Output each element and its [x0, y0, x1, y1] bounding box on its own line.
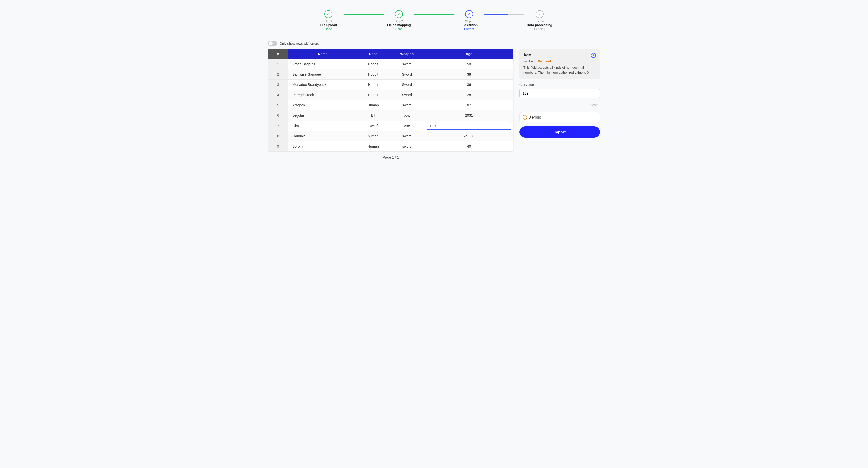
step-4-number: Step 4: [535, 20, 544, 23]
row-num: 7: [268, 121, 288, 131]
step-4-icon: ✓: [535, 10, 544, 18]
step-3-label: File edition: [461, 23, 478, 27]
field-required: Required: [538, 60, 551, 63]
step-2-icon: ✓: [395, 10, 403, 18]
row-age[interactable]: [425, 121, 514, 131]
row-name[interactable]: Aragorn: [288, 100, 358, 110]
row-num: 3: [268, 79, 288, 90]
table-wrapper: # Name Race Weapon Age 1Frodo BagginsHob…: [268, 49, 514, 160]
row-name[interactable]: Meriadoc Brandybuck: [288, 79, 358, 90]
row-name[interactable]: Frodo Baggins: [288, 59, 358, 69]
row-age[interactable]: 38: [425, 69, 514, 79]
row-age[interactable]: 50: [425, 59, 514, 69]
table-row: 9BoromirHumansword40: [268, 141, 514, 152]
col-header-age: Age: [425, 49, 514, 59]
side-panel: Age i number • Required This field accep…: [520, 49, 600, 138]
col-header-weapon: Weapon: [389, 49, 425, 59]
row-race[interactable]: Hobbit: [358, 59, 389, 69]
data-table: # Name Race Weapon Age 1Frodo BagginsHob…: [268, 49, 514, 152]
row-name[interactable]: Gandalf: [288, 131, 358, 141]
step-3-number: Step 3: [465, 20, 473, 23]
row-age[interactable]: 36: [425, 79, 514, 90]
table-row: 5AragornHumansword87: [268, 100, 514, 110]
row-num: 1: [268, 59, 288, 69]
row-race[interactable]: Dwarf: [358, 121, 389, 131]
errors-count: 0 errors: [529, 115, 541, 119]
save-row: Save: [520, 102, 600, 108]
row-age[interactable]: 28: [425, 90, 514, 100]
step-3-status: Current: [464, 27, 474, 31]
field-info-card: Age i number • Required This field accep…: [520, 49, 600, 79]
connector-2-3: [414, 14, 454, 14]
table-row: 2Samwise GamgeeHobbitSword38: [268, 69, 514, 79]
step-4-status: Pending: [534, 27, 545, 31]
row-weapon[interactable]: sword: [389, 59, 425, 69]
age-cell-input[interactable]: [427, 122, 512, 130]
step-1-number: Step 1: [324, 20, 333, 23]
info-icon[interactable]: i: [591, 53, 596, 58]
row-race[interactable]: Hobbit: [358, 69, 389, 79]
row-race[interactable]: Hobbit: [358, 90, 389, 100]
table-row: 8Gandalfhumansword24 000: [268, 131, 514, 141]
row-weapon[interactable]: sword: [389, 141, 425, 152]
row-race[interactable]: Elf: [358, 110, 389, 121]
filter-row: Only show rows with errors: [268, 41, 600, 46]
row-race[interactable]: human: [358, 131, 389, 141]
row-name[interactable]: Samwise Gamgee: [288, 69, 358, 79]
row-num: 4: [268, 90, 288, 100]
row-name[interactable]: Gimli: [288, 121, 358, 131]
step-1-label: File upload: [320, 23, 337, 27]
cell-value-input[interactable]: [520, 89, 600, 98]
row-name[interactable]: Peregrin Took: [288, 90, 358, 100]
row-weapon[interactable]: sword: [389, 100, 425, 110]
col-header-name: Name: [288, 49, 358, 59]
row-age[interactable]: 24 000: [425, 131, 514, 141]
import-button[interactable]: Import: [520, 126, 600, 138]
connector-3-4: [484, 14, 524, 14]
table-row: 1Frodo BagginsHobbitsword50: [268, 59, 514, 69]
step-3: ✓ Step 3 File edition Current: [454, 10, 484, 31]
field-type: number: [524, 60, 534, 63]
col-header-num: #: [268, 49, 288, 59]
cell-value-label: Cell value: [520, 83, 600, 87]
content-area: # Name Race Weapon Age 1Frodo BagginsHob…: [268, 49, 600, 160]
step-2-number: Step 2: [395, 20, 403, 23]
save-button[interactable]: Save: [588, 102, 600, 108]
error-circle-icon: !: [523, 115, 527, 120]
row-race[interactable]: Human: [358, 100, 389, 110]
row-num: 2: [268, 69, 288, 79]
step-1-status: Done: [325, 27, 332, 31]
row-weapon[interactable]: Sword: [389, 79, 425, 90]
row-weapon[interactable]: Sword: [389, 90, 425, 100]
row-num: 5: [268, 100, 288, 110]
row-weapon[interactable]: sword: [389, 131, 425, 141]
row-name[interactable]: Boromir: [288, 141, 358, 152]
field-description: This field accepts all kinds of non-deci…: [524, 65, 596, 75]
row-age[interactable]: 40: [425, 141, 514, 152]
row-age[interactable]: 87: [425, 100, 514, 110]
step-3-icon: ✓: [465, 10, 473, 18]
row-age[interactable]: 2931: [425, 110, 514, 121]
field-type-row: number • Required: [524, 60, 596, 63]
step-1: ✓ Step 1 File upload Done: [313, 10, 344, 31]
step-1-icon: ✓: [324, 10, 333, 18]
connector-1-2: [344, 14, 384, 14]
filter-label: Only show rows with errors: [280, 42, 319, 45]
step-4-label: Data processing: [527, 23, 552, 27]
page-info: Page 1 / 1: [268, 156, 514, 160]
field-name: Age: [524, 53, 531, 58]
row-race[interactable]: Hobbit: [358, 79, 389, 90]
table-row: 4Peregrin TookHobbitSword28: [268, 90, 514, 100]
row-name[interactable]: Legolas: [288, 110, 358, 121]
row-num: 8: [268, 131, 288, 141]
step-4: ✓ Step 4 Data processing Pending: [524, 10, 555, 31]
error-filter-toggle[interactable]: [268, 41, 277, 46]
stepper: ✓ Step 1 File upload Done ✓ Step 2 Field…: [268, 7, 600, 31]
row-weapon[interactable]: Sword: [389, 69, 425, 79]
row-race[interactable]: Human: [358, 141, 389, 152]
step-2-label: Fields mapping: [387, 23, 411, 27]
row-num: 9: [268, 141, 288, 152]
row-weapon[interactable]: bow: [389, 110, 425, 121]
row-weapon[interactable]: Axe: [389, 121, 425, 131]
table-row: 6LegolasElfbow2931: [268, 110, 514, 121]
